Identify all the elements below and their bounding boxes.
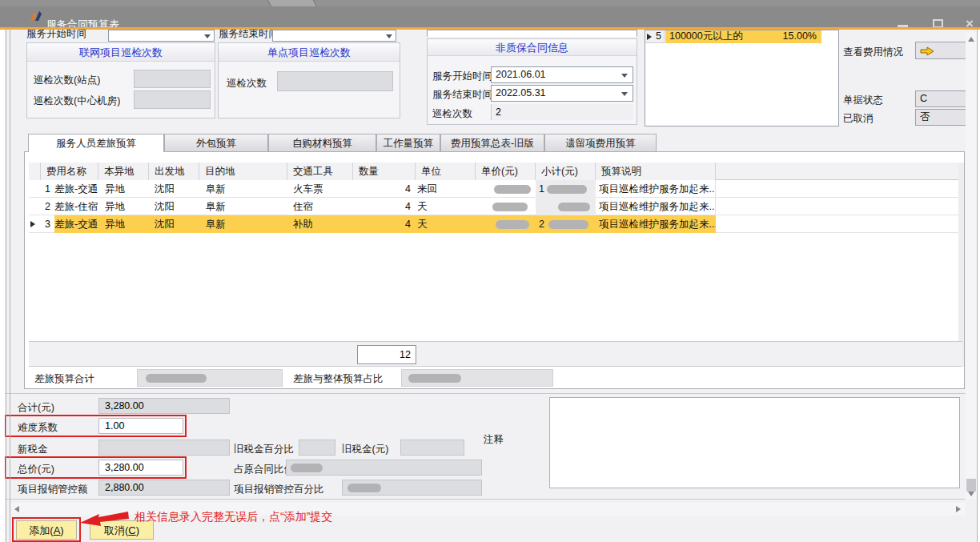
tab-workload-budget[interactable]: 工作量预算 [376, 134, 440, 151]
app-window: 服务合同预算表 × 服务开始时间 服务结束时间 联网项目巡检次数 巡检次数(站点… [0, 0, 980, 542]
grid-footer-band: 12 [29, 341, 962, 367]
new-tax-label: 新税金 [18, 443, 48, 456]
old-tax-pct-label: 旧税金百分比 [234, 443, 294, 456]
vertical-scrollbar[interactable] [966, 32, 977, 500]
view-costs-label: 查看费用情况 [843, 46, 903, 59]
travel-ratio-field [401, 369, 553, 387]
chevron-down-icon [621, 74, 628, 78]
col-header[interactable]: 出发地 [149, 163, 199, 180]
window-frame-top [0, 0, 980, 6]
window-frame-left [0, 30, 5, 542]
single-panel-title: 单点项目巡检次数 [219, 43, 400, 62]
service-start-label-clipped: 服务开始时间 [26, 30, 106, 41]
scrollbar-thumb[interactable] [966, 479, 976, 492]
redacted-value [347, 484, 381, 492]
nonwarranty-title: 非质保合同信息 [428, 39, 637, 56]
scroll-up-icon[interactable] [968, 37, 974, 42]
col-header[interactable]: 本异地 [98, 163, 149, 180]
redacted-value [547, 185, 587, 194]
col-header[interactable]: 单位 [416, 163, 476, 180]
col-header[interactable]: 交通工具 [287, 163, 353, 180]
site-count-label: 巡检次数(站点) [34, 74, 100, 87]
tab-materials-budget[interactable]: 自购材料预算 [268, 134, 376, 151]
cancelled-field: 否 [915, 109, 966, 126]
grid-scrollbar[interactable] [958, 163, 964, 367]
window-frame-right [977, 30, 980, 542]
row-selector-icon [647, 34, 652, 40]
rate-tier-cell[interactable]: 100000元以上的 [665, 30, 759, 43]
scroll-left-icon[interactable] [14, 506, 19, 512]
annotation-arrow-icon [78, 509, 130, 528]
reimburse-field: 2,880.00 [98, 480, 230, 496]
inspection-count-field[interactable] [277, 71, 393, 91]
old-tax-amt-label: 旧税金(元) [342, 443, 388, 456]
chevron-down-icon [204, 34, 211, 38]
col-header[interactable]: 目的地 [199, 163, 287, 180]
rate-row-indicator: 5 [645, 30, 665, 43]
redacted-value [408, 374, 461, 383]
doc-status-field: C [915, 90, 966, 107]
table-row[interactable]: 1 差旅-交通 异地 沈阳 阜新 火车票 4 来回 1 项目巡检维护服务加起来.… [29, 180, 962, 198]
redacted-value [146, 374, 207, 383]
view-costs-button[interactable] [915, 42, 966, 59]
rate-grid: 5 100000元以上的 15.00% [645, 30, 839, 126]
qty-total-field[interactable]: 12 [357, 345, 416, 364]
nw-end-label: 服务结束时间 [432, 88, 492, 102]
add-button[interactable]: 添加(A) [16, 520, 77, 540]
tab-outsourcing-budget[interactable]: 外包预算 [164, 134, 268, 151]
col-header[interactable]: 数量 [353, 163, 416, 180]
nonwarranty-panel: 非质保合同信息 服务开始时间 2021.06.01 服务结束时间 2022.05… [427, 38, 637, 125]
reimburse-pct-label: 项目报销管控百分比 [234, 483, 324, 496]
chevron-down-icon [621, 92, 628, 96]
price-label: 总价(元) [18, 463, 54, 476]
doc-status-label: 单据状态 [843, 94, 883, 107]
tab-legacy-budget[interactable]: 遗留项费用预算 [544, 134, 657, 151]
tab-summary-old[interactable]: 费用预算总表-旧版 [440, 134, 544, 151]
table-row-selected[interactable]: 3 差旅-交通 异地 沈阳 阜新 补助 4 天 2 项目巡检维护服务加起来... [29, 215, 962, 233]
col-header[interactable]: 小计(元) [536, 163, 596, 180]
col-header[interactable]: 预算说明 [596, 163, 716, 180]
redacted-value [496, 220, 529, 229]
scroll-down-icon[interactable] [968, 492, 974, 496]
difficulty-field[interactable]: 1.00 [98, 418, 183, 434]
redacted-value [548, 220, 588, 229]
tab-travel-budget[interactable]: 服务人员差旅预算 [28, 134, 164, 152]
rate-value-cell[interactable]: 15.00% [759, 30, 821, 43]
old-tax-pct-field [299, 440, 335, 456]
cancelled-label: 已取消 [843, 112, 874, 126]
frame-line [10, 30, 10, 542]
contract-ratio-field [286, 460, 482, 476]
note-textarea[interactable] [549, 397, 960, 488]
app-icon [29, 10, 43, 24]
nw-end-dropdown[interactable]: 2022.05.31 [491, 85, 633, 102]
travel-ratio-label: 差旅与整体预算占比 [293, 372, 384, 386]
table-row[interactable]: 2 差旅-住宿 异地 沈阳 阜新 住宿 4 天 项目巡检维护服务加起来... [29, 198, 962, 215]
scroll-right-icon[interactable] [956, 506, 961, 512]
col-header[interactable]: 单价(元) [476, 163, 536, 180]
service-end-dropdown[interactable] [272, 30, 396, 42]
travel-budget-page: 费用名称 本异地 出发地 目的地 交通工具 数量 单位 单价(元) 小计(元) … [24, 151, 965, 389]
col-header[interactable]: 费用名称 [41, 163, 98, 180]
total-label: 合计(元) [18, 401, 54, 415]
travel-sum-field [137, 369, 283, 387]
nw-start-dropdown[interactable]: 2021.06.01 [491, 66, 633, 83]
note-label: 注释 [484, 433, 504, 447]
travel-sum-label: 差旅预算合计 [34, 372, 94, 386]
room-count-field[interactable] [134, 90, 211, 109]
service-start-dropdown[interactable] [108, 30, 215, 42]
divider [0, 393, 980, 394]
difficulty-label: 难度系数 [18, 421, 58, 435]
nw-start-label: 服务开始时间 [432, 70, 492, 83]
site-count-field[interactable] [134, 70, 211, 88]
nw-count-field[interactable]: 2 [491, 104, 633, 120]
total-field: 3,280.00 [98, 398, 230, 414]
network-panel-title: 联网项目巡检次数 [27, 43, 215, 62]
frame-line [6, 30, 6, 542]
background-window-tab [267, 0, 317, 6]
grid-header-row: 费用名称 本异地 出发地 目的地 交通工具 数量 单位 单价(元) 小计(元) … [29, 163, 962, 180]
price-field[interactable]: 3,280.00 [98, 460, 183, 476]
reimburse-pct-field [342, 480, 482, 496]
clipped-field [427, 30, 637, 37]
inspection-count-label: 巡检次数 [227, 77, 267, 90]
redacted-value [558, 203, 590, 211]
